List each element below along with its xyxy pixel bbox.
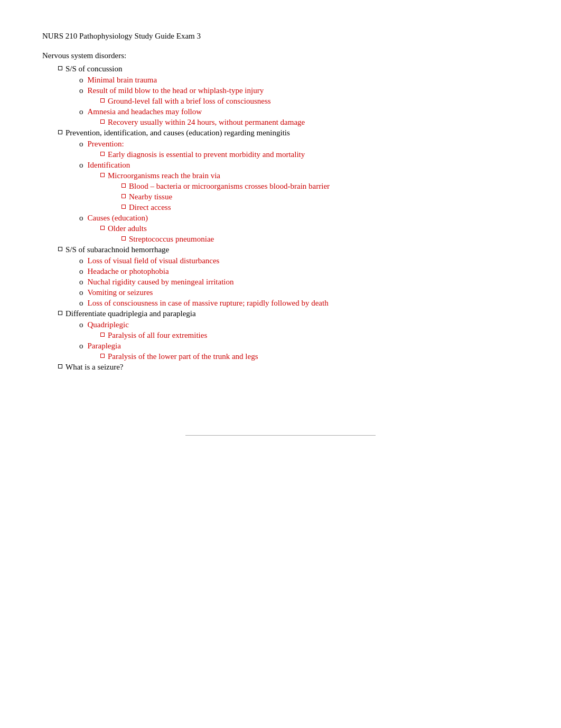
level2-item: oMinimal brain trauma xyxy=(42,76,519,85)
level2-item: oAmnesia and headaches may follow xyxy=(42,107,519,116)
level2-label: Causes (education) xyxy=(88,214,148,223)
level1-bullet-icon xyxy=(58,364,62,368)
level1-item: What is a seizure? xyxy=(42,363,519,372)
level3-item: Older adults xyxy=(42,224,519,233)
level1-bullet-icon xyxy=(58,66,62,70)
level3-item: Early diagnosis is essential to prevent … xyxy=(42,150,519,159)
level4-label: Nearby tissue xyxy=(129,192,172,201)
level1-bullet-icon xyxy=(58,247,62,251)
level2-item: oHeadache or photophobia xyxy=(42,267,519,276)
level2-item: oQuadriplegic xyxy=(42,320,519,329)
level2-item: oLoss of visual field of visual disturba… xyxy=(42,256,519,265)
level2-label: Headache or photophobia xyxy=(88,267,169,276)
level2-label: Loss of visual field of visual disturban… xyxy=(88,256,220,265)
level3-item: Paralysis of all four extremities xyxy=(42,331,519,340)
level3-label: Microorganisms reach the brain via xyxy=(108,171,220,180)
level1-bullet-icon xyxy=(58,130,62,134)
level1-label: S/S of subarachnoid hemorrhage xyxy=(66,245,169,254)
level4-bullet-icon xyxy=(121,205,126,209)
level4-label: Streptococcus pneumoniae xyxy=(129,235,214,244)
level4-label: Direct access xyxy=(129,203,171,212)
level2-bullet-icon: o xyxy=(79,288,83,297)
level2-label: Paraplegia xyxy=(88,342,121,351)
level2-label: Quadriplegic xyxy=(88,320,129,329)
level1-item: Prevention, identification, and causes (… xyxy=(42,128,519,137)
level3-item: Microorganisms reach the brain via xyxy=(42,171,519,180)
level2-bullet-icon: o xyxy=(79,76,83,85)
level2-bullet-icon: o xyxy=(79,299,83,308)
level2-item: oLoss of consciousness in case of massiv… xyxy=(42,299,519,308)
level2-bullet-icon: o xyxy=(79,320,83,329)
level2-label: Prevention: xyxy=(88,140,124,149)
level1-label: Differentiate quadriplegia and paraplegi… xyxy=(66,309,196,318)
level2-item: oCauses (education) xyxy=(42,214,519,223)
level1-label: What is a seizure? xyxy=(66,363,124,372)
level4-label: Blood – bacteria or microorganisms cross… xyxy=(129,182,330,191)
level3-item: Paralysis of the lower part of the trunk… xyxy=(42,352,519,361)
level2-item: oNuchal rigidity caused by meningeal irr… xyxy=(42,278,519,287)
level3-label: Paralysis of the lower part of the trunk… xyxy=(108,352,258,361)
level1-item: Differentiate quadriplegia and paraplegi… xyxy=(42,309,519,318)
level4-item: Nearby tissue xyxy=(42,192,519,201)
level3-bullet-icon xyxy=(100,152,105,156)
level1-label: Prevention, identification, and causes (… xyxy=(66,128,290,137)
level3-bullet-icon xyxy=(100,226,105,230)
level2-label: Loss of consciousness in case of massive… xyxy=(88,299,329,308)
level2-label: Result of mild blow to the head or whipl… xyxy=(88,86,264,95)
level2-item: oIdentification xyxy=(42,161,519,170)
footer-divider xyxy=(185,435,376,436)
level3-label: Recovery usually within 24 hours, withou… xyxy=(108,118,305,127)
level2-item: oResult of mild blow to the head or whip… xyxy=(42,86,519,95)
level2-label: Nuchal rigidity caused by meningeal irri… xyxy=(88,278,234,287)
level4-item: Direct access xyxy=(42,203,519,212)
level4-item: Streptococcus pneumoniae xyxy=(42,235,519,244)
level2-bullet-icon: o xyxy=(79,256,83,265)
level2-label: Minimal brain trauma xyxy=(88,76,157,85)
level1-item: S/S of subarachnoid hemorrhage xyxy=(42,245,519,254)
level3-label: Paralysis of all four extremities xyxy=(108,331,207,340)
level4-bullet-icon xyxy=(121,236,126,241)
level2-item: oParaplegia xyxy=(42,342,519,351)
level3-bullet-icon xyxy=(100,173,105,177)
level2-bullet-icon: o xyxy=(79,140,83,149)
level2-bullet-icon: o xyxy=(79,86,83,95)
level2-item: oPrevention: xyxy=(42,140,519,149)
level2-bullet-icon: o xyxy=(79,278,83,287)
level3-bullet-icon xyxy=(100,98,105,103)
level3-bullet-icon xyxy=(100,333,105,337)
level1-label: S/S of concussion xyxy=(66,64,123,73)
level1-item: S/S of concussion xyxy=(42,64,519,73)
level1-bullet-icon xyxy=(58,311,62,315)
level4-bullet-icon xyxy=(121,194,126,198)
level2-bullet-icon: o xyxy=(79,342,83,351)
level2-bullet-icon: o xyxy=(79,267,83,276)
level3-label: Older adults xyxy=(108,224,147,233)
level3-label: Early diagnosis is essential to prevent … xyxy=(108,150,305,159)
level2-bullet-icon: o xyxy=(79,214,83,223)
level3-item: Recovery usually within 24 hours, withou… xyxy=(42,118,519,127)
level2-bullet-icon: o xyxy=(79,161,83,170)
level3-bullet-icon xyxy=(100,119,105,124)
level2-bullet-icon: o xyxy=(79,107,83,116)
level3-label: Ground-level fall with a brief loss of c… xyxy=(108,97,271,106)
level4-bullet-icon xyxy=(121,183,126,188)
level2-item: oVomiting or seizures xyxy=(42,288,519,297)
page-title: NURS 210 Pathophysiology Study Guide Exa… xyxy=(42,32,519,41)
level3-bullet-icon xyxy=(100,354,105,358)
level3-item: Ground-level fall with a brief loss of c… xyxy=(42,97,519,106)
level4-item: Blood – bacteria or microorganisms cross… xyxy=(42,182,519,191)
section-header: Nervous system disorders: xyxy=(42,51,519,60)
level2-label: Vomiting or seizures xyxy=(88,288,153,297)
level2-label: Amnesia and headaches may follow xyxy=(88,107,202,116)
level2-label: Identification xyxy=(88,161,130,170)
